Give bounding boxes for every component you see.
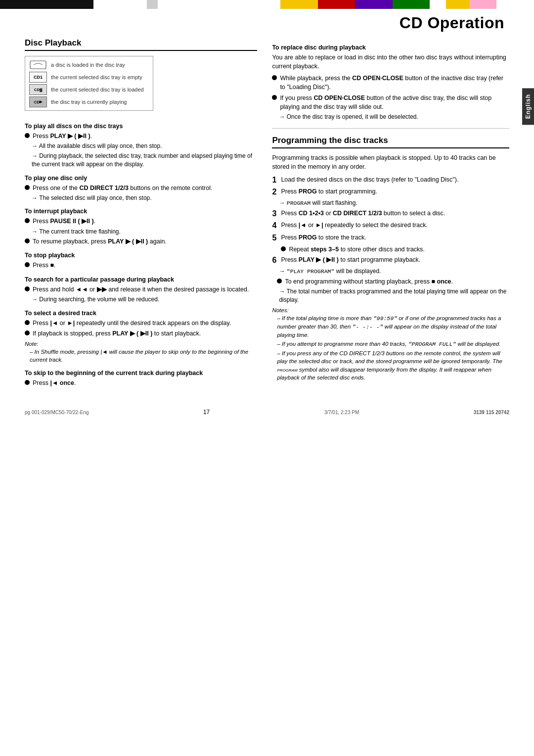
- english-tab: English: [522, 88, 534, 125]
- top-bar-right: [267, 0, 534, 9]
- bar-seg-space3: [430, 0, 445, 9]
- bar-seg-purple: [355, 0, 393, 9]
- select-content-2: If playback is stopped, press PLAY ▶ ( ▶…: [33, 329, 257, 338]
- step-6: 6 Press PLAY ▶ ( ▶II ) to start programm…: [272, 255, 509, 265]
- disc-icon-text-2: the current selected disc tray is empty: [51, 74, 142, 80]
- bullet-dot: [25, 380, 30, 385]
- replace-content-2: If you press CD OPEN·CLOSE button of the…: [280, 94, 509, 111]
- step-5-bullet: Repeat steps 3–5 to store other discs an…: [281, 245, 509, 254]
- disc-icon-cd-playing: CD▶: [29, 96, 47, 107]
- skip-content: Press |◄ once.: [33, 378, 257, 387]
- bullet-dot: [25, 185, 30, 190]
- bar-seg-pink: [470, 0, 496, 9]
- bar-seg-yellow2: [446, 0, 470, 9]
- bullet-dot: [25, 331, 30, 335]
- play-all-arrow-1: All the available discs will play once, …: [32, 142, 257, 150]
- skip-heading: To skip to the beginning of the current …: [25, 370, 257, 377]
- step-6-arrow-1: "PLAY PROGRAM" will be displayed.: [279, 267, 509, 276]
- prog-note-3: – If you press any of the CD DIRECT 1/2/…: [277, 349, 509, 381]
- bar-seg-space2: [158, 0, 267, 9]
- top-color-bar: [0, 0, 534, 9]
- select-bullet-1: Press |◄ or ►| repeatedly until the desi…: [25, 319, 257, 328]
- note-label: Note:: [25, 341, 257, 347]
- disc-icon-text-3: the current selected disc tray is loaded: [51, 87, 144, 93]
- disc-icon-cd1: CD1: [29, 72, 47, 83]
- page-wrapper: English CD Operation Disc Playback a dis…: [0, 9, 534, 430]
- footer-center-date: 3/7/01, 2:23 PM: [324, 410, 359, 415]
- step-content-1: Load the desired discs on the disc trays…: [281, 175, 509, 184]
- select-heading: To select a desired track: [25, 310, 257, 317]
- bar-seg-4: [56, 0, 75, 9]
- interrupt-arrow: The current track time flashing.: [32, 228, 257, 236]
- step-5-bullet-content: Repeat steps 3–5 to store other discs an…: [289, 245, 509, 254]
- footer-center-num: 17: [203, 409, 210, 416]
- step-6-arrow-2: The total number of tracks programmed an…: [279, 287, 509, 304]
- top-bar-left: [0, 0, 267, 9]
- interrupt-heading: To interrupt playback: [25, 208, 257, 215]
- play-all-content: Press PLAY ▶ ( ▶II ).: [33, 132, 257, 141]
- bullet-dot: [25, 262, 30, 267]
- page-title: CD Operation: [400, 14, 504, 32]
- bar-seg-space4: [496, 0, 534, 9]
- step-num-3: 3: [272, 209, 281, 218]
- stop-heading: To stop playback: [25, 252, 257, 259]
- prog-notes-label: Notes:: [272, 307, 509, 313]
- interrupt-bullet-1: Press PAUSE II ( ▶II ).: [25, 217, 257, 226]
- search-heading: To search for a particular passage durin…: [25, 276, 257, 283]
- disc-playback-header: Disc Playback: [25, 38, 257, 51]
- bullet-dot: [272, 75, 277, 80]
- page-title-area: CD Operation: [25, 14, 509, 32]
- bullet-dot: [25, 218, 30, 223]
- footer-right: 3139 115 20742: [474, 410, 509, 415]
- step-6-bullet: To end programming without starting play…: [277, 277, 509, 286]
- play-all-arrow-2: During playback, the selected disc tray,…: [32, 152, 257, 169]
- bullet-dot: [281, 246, 286, 251]
- bar-seg-red: [318, 0, 356, 9]
- play-all-bullet: Press PLAY ▶ ( ▶II ).: [25, 132, 257, 141]
- svg-rect-0: [30, 61, 46, 69]
- search-bullet: Press and hold ◄◄ or ▶▶ and release it w…: [25, 285, 257, 294]
- step-content-5: Press PROG to store the track.: [281, 233, 509, 242]
- step-6-bullet-content: To end programming without starting play…: [285, 277, 509, 286]
- step-content-2: Press PROG to start programming.: [281, 187, 509, 196]
- bar-seg-5: [75, 0, 93, 9]
- divider: [272, 128, 509, 129]
- select-content-1: Press |◄ or ►| repeatedly until the desi…: [33, 319, 257, 328]
- play-one-content: Press one of the CD DIRECT 1/2/3 buttons…: [33, 184, 257, 192]
- disc-icon-text-4: the disc tray is currently playing: [51, 99, 127, 105]
- play-one-bullet: Press one of the CD DIRECT 1/2/3 buttons…: [25, 184, 257, 192]
- step-content-4: Press |◄ or ►| repeatedly to select the …: [281, 221, 509, 230]
- disc-icons-box: a disc is loaded in the disc tray CD1 th…: [25, 56, 153, 111]
- prog-note-1: – If the total playing time is more than…: [277, 314, 509, 339]
- step-num-1: 1: [272, 175, 281, 185]
- disc-icon-row-3: CD▓ the current selected disc tray is lo…: [29, 84, 149, 95]
- step-num-4: 4: [272, 221, 281, 230]
- bullet-dot: [25, 320, 30, 325]
- disc-icon-row-1: a disc is loaded in the disc tray: [29, 59, 149, 70]
- bar-seg-2: [19, 0, 38, 9]
- bullet-dot: [25, 133, 30, 138]
- disc-icon-cd-loaded: CD▓: [29, 84, 47, 95]
- bar-seg-yellow: [280, 0, 318, 9]
- disc-icon-row-2: CD1 the current selected disc tray is em…: [29, 72, 149, 83]
- footer-left: pg 001-029/MC50-70/22-Eng: [25, 410, 89, 415]
- step-content-3: Press CD 1•2•3 or CD DIRECT 1/2/3 button…: [281, 209, 509, 218]
- play-one-heading: To play one disc only: [25, 175, 257, 182]
- disc-icon-row-4: CD▶ the disc tray is currently playing: [29, 96, 149, 107]
- right-column: To replace disc during playback You are …: [272, 38, 509, 389]
- replace-bullet-1: While playback, press the CD OPEN·CLOSE …: [272, 74, 509, 92]
- interrupt-bullet-2: To resume playback, press PLAY ▶ ( ▶II )…: [25, 237, 257, 246]
- step-4: 4 Press |◄ or ►| repeatedly to select th…: [272, 221, 509, 230]
- prog-intro: Programming tracks is possible when play…: [272, 153, 509, 171]
- note-item-1: – In Shuffle mode, pressing |◄ will caus…: [30, 348, 257, 364]
- bar-seg-space1: [93, 0, 147, 9]
- stop-bullet: Press ■.: [25, 261, 257, 270]
- prog-note-2: – If you attempt to programme more than …: [277, 340, 509, 348]
- left-column: Disc Playback a disc is loaded in the di…: [25, 38, 257, 389]
- step-5: 5 Press PROG to store the track.: [272, 233, 509, 242]
- step-2-arrow: PROGRAM will start flashing.: [279, 199, 509, 207]
- replace-content-1: While playback, press the CD OPEN·CLOSE …: [280, 74, 509, 92]
- select-bullet-2: If playback is stopped, press PLAY ▶ ( ▶…: [25, 329, 257, 338]
- bullet-dot: [277, 279, 282, 284]
- disc-icon-open: [29, 59, 47, 70]
